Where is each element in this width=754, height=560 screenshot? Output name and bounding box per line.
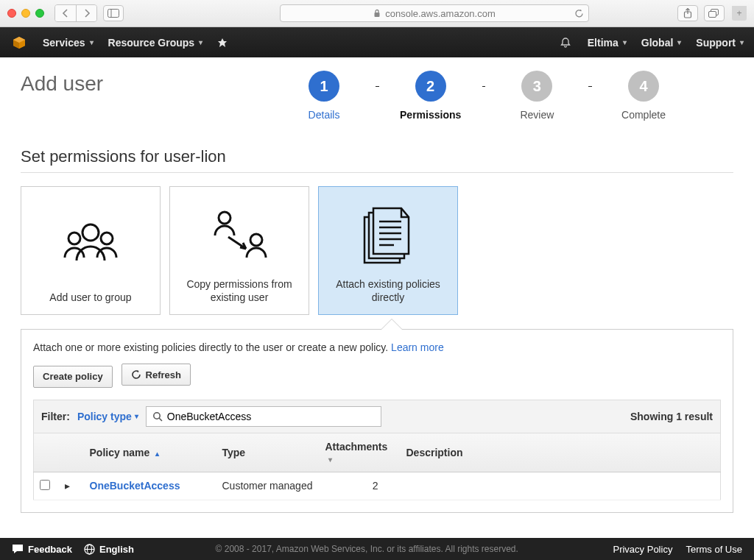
option-label: Add user to group bbox=[49, 291, 131, 304]
policies-icon bbox=[359, 197, 417, 277]
attach-policies-panel: Attach one or more existing policies dir… bbox=[21, 329, 733, 513]
option-copy-permissions[interactable]: Copy permissions from existing user bbox=[169, 186, 309, 315]
chevron-down-icon: ▾ bbox=[135, 412, 138, 420]
policy-search[interactable] bbox=[146, 406, 381, 427]
step-label: Permissions bbox=[400, 109, 461, 121]
close-window[interactable] bbox=[7, 9, 16, 18]
language-label: English bbox=[99, 544, 134, 555]
svg-point-10 bbox=[68, 233, 80, 244]
copyright: © 2008 - 2017, Amazon Web Services, Inc.… bbox=[216, 544, 518, 554]
chevron-down-icon: ▾ bbox=[90, 38, 94, 46]
pin-icon[interactable] bbox=[217, 38, 230, 48]
refresh-button[interactable]: Refresh bbox=[121, 364, 191, 386]
nav-back-forward bbox=[54, 4, 97, 22]
option-label: Copy permissions from existing user bbox=[177, 277, 301, 304]
globe-icon bbox=[84, 544, 95, 555]
step-details[interactable]: 1 Details bbox=[272, 71, 376, 121]
bell-icon[interactable] bbox=[560, 37, 573, 49]
col-description[interactable]: Description bbox=[401, 433, 721, 472]
tabs-button[interactable] bbox=[704, 5, 725, 21]
nav-region-label: Global bbox=[641, 37, 674, 49]
language-selector[interactable]: English bbox=[84, 544, 134, 555]
step-review[interactable]: 3 Review bbox=[485, 71, 588, 121]
section-heading: Set permissions for user-lion bbox=[21, 147, 733, 173]
chevron-down-icon: ▾ bbox=[677, 38, 681, 46]
chevron-down-icon: ▾ bbox=[740, 38, 744, 46]
expand-row-icon[interactable]: ▸ bbox=[65, 480, 70, 492]
forward-button[interactable] bbox=[76, 5, 96, 21]
option-attach-policies[interactable]: Attach existing policies directly bbox=[318, 186, 458, 315]
step-label: Details bbox=[309, 109, 340, 121]
sort-asc-icon: ▴ bbox=[155, 450, 159, 458]
step-permissions[interactable]: 2 Permissions bbox=[379, 71, 482, 121]
aws-logo-icon[interactable] bbox=[10, 34, 28, 52]
url-text: console.aws.amazon.com bbox=[385, 8, 496, 19]
nav-account[interactable]: Eltima ▾ bbox=[588, 37, 627, 49]
chevron-down-icon: ▾ bbox=[199, 38, 202, 46]
svg-point-13 bbox=[219, 212, 230, 224]
new-tab-button[interactable]: + bbox=[732, 6, 747, 21]
wizard-steps: 1 Details 2 Permissions 3 Review 4 Compl… bbox=[272, 71, 695, 121]
step-number: 2 bbox=[415, 71, 446, 102]
nav-account-label: Eltima bbox=[588, 37, 619, 49]
option-label: Attach existing policies directly bbox=[326, 277, 450, 304]
svg-rect-5 bbox=[709, 12, 716, 18]
nav-resource-groups-label: Resource Groups bbox=[108, 37, 194, 49]
privacy-link[interactable]: Privacy Policy bbox=[613, 544, 672, 555]
share-button[interactable] bbox=[677, 5, 698, 21]
nav-resource-groups[interactable]: Resource Groups ▾ bbox=[108, 37, 202, 49]
group-icon bbox=[50, 197, 131, 291]
feedback-label: Feedback bbox=[28, 544, 72, 555]
nav-support-label: Support bbox=[696, 37, 736, 49]
terms-link[interactable]: Terms of Use bbox=[686, 544, 742, 555]
back-button[interactable] bbox=[55, 5, 76, 21]
table-row: ▸ OneBucketAccess Customer managed 2 bbox=[34, 472, 721, 500]
panel-pointer bbox=[21, 314, 733, 329]
policy-description bbox=[401, 472, 721, 500]
svg-point-14 bbox=[250, 234, 262, 246]
col-policy-name[interactable]: Policy name bbox=[90, 447, 150, 458]
search-icon bbox=[152, 411, 163, 422]
chevron-down-icon: ▾ bbox=[623, 38, 627, 46]
panel-intro: Attach one or more existing policies dir… bbox=[33, 341, 721, 353]
zoom-window[interactable] bbox=[35, 9, 44, 18]
filter-type-label: Policy type bbox=[77, 411, 132, 422]
option-add-to-group[interactable]: Add user to group bbox=[21, 186, 161, 315]
col-attachments[interactable]: Attachments bbox=[325, 441, 388, 453]
svg-rect-0 bbox=[108, 10, 119, 18]
row-checkbox[interactable] bbox=[40, 480, 50, 490]
nav-services-label: Services bbox=[43, 37, 85, 49]
filter-bar: Filter: Policy type ▾ Showing 1 result bbox=[33, 400, 721, 433]
step-complete[interactable]: 4 Complete bbox=[592, 71, 695, 121]
result-count: Showing 1 result bbox=[630, 411, 713, 422]
svg-point-11 bbox=[82, 224, 99, 241]
speech-bubble-icon bbox=[12, 544, 24, 554]
permission-options: Add user to group Copy permissions from … bbox=[21, 186, 733, 315]
button-label: Create policy bbox=[43, 371, 103, 382]
step-label: Complete bbox=[621, 109, 666, 121]
aws-footer: Feedback English © 2008 - 2017, Amazon W… bbox=[0, 538, 754, 560]
feedback-link[interactable]: Feedback bbox=[12, 544, 72, 555]
aws-top-nav: Services ▾ Resource Groups ▾ Eltima ▾ Gl… bbox=[0, 27, 754, 57]
copy-user-icon bbox=[199, 197, 280, 277]
nav-services[interactable]: Services ▾ bbox=[43, 37, 94, 49]
sidebar-toggle[interactable] bbox=[103, 5, 124, 21]
address-bar[interactable]: console.aws.amazon.com bbox=[280, 4, 589, 22]
filter-type-dropdown[interactable]: Policy type ▾ bbox=[77, 411, 138, 422]
policy-attachments: 2 bbox=[320, 472, 401, 500]
reload-icon[interactable] bbox=[574, 9, 584, 18]
nav-support[interactable]: Support ▾ bbox=[696, 37, 744, 49]
button-label: Refresh bbox=[146, 369, 181, 380]
svg-point-12 bbox=[101, 233, 113, 244]
create-policy-button[interactable]: Create policy bbox=[33, 366, 113, 388]
sort-icon: ▾ bbox=[328, 456, 332, 464]
col-type[interactable]: Type bbox=[216, 433, 320, 472]
learn-more-link[interactable]: Learn more bbox=[391, 341, 444, 353]
minimize-window[interactable] bbox=[21, 9, 30, 18]
search-input[interactable] bbox=[167, 411, 375, 422]
policy-name-link[interactable]: OneBucketAccess bbox=[90, 480, 180, 492]
refresh-icon bbox=[131, 369, 141, 380]
svg-point-22 bbox=[154, 412, 160, 418]
lock-icon bbox=[373, 9, 381, 18]
nav-region[interactable]: Global ▾ bbox=[641, 37, 682, 49]
